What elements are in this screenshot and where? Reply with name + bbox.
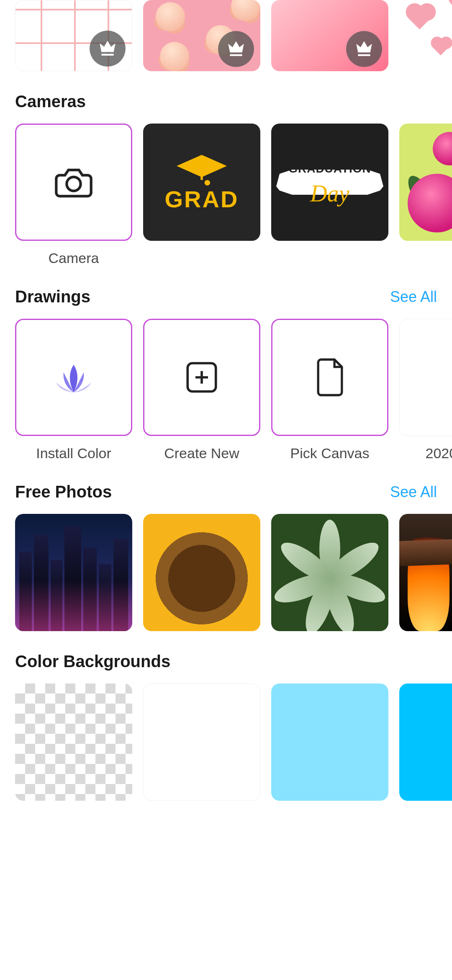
photo-sunflower[interactable]: [143, 514, 260, 631]
graduation-subtitle: Day: [310, 180, 349, 207]
drawings-row: Install Color Create New: [0, 319, 452, 462]
create-new-tile[interactable]: [143, 319, 260, 436]
recent-drawing-tile[interactable]: [399, 319, 452, 436]
color-bg-light-blue[interactable]: [271, 683, 388, 801]
lotus-icon: [16, 320, 131, 435]
pick-canvas-label: Pick Canvas: [290, 445, 370, 462]
grad-cap-icon: [170, 152, 233, 186]
free-photos-row: [0, 514, 452, 631]
grad-text: GRAD: [165, 186, 239, 213]
template-pink-grid[interactable]: [15, 0, 132, 71]
template-hearts[interactable]: [399, 0, 452, 71]
drawings-title: Drawings: [15, 287, 90, 306]
file-icon: [272, 320, 387, 435]
templates-row: [0, 0, 452, 71]
install-color-tile[interactable]: [15, 319, 132, 436]
color-backgrounds-title: Color Backgrounds: [15, 652, 170, 671]
template-cherubs[interactable]: [143, 0, 260, 71]
camera-open-tile[interactable]: [15, 124, 132, 241]
svg-rect-2: [200, 166, 203, 180]
free-photos-see-all-link[interactable]: See All: [390, 483, 437, 501]
color-bg-transparent[interactable]: [15, 683, 132, 801]
photo-succulent[interactable]: [271, 514, 388, 631]
camera-flowers-frame[interactable]: [399, 124, 452, 241]
camera-graduation-day-frame[interactable]: GRADUATION Day: [271, 124, 388, 241]
premium-crown-icon: [346, 31, 382, 67]
svg-point-0: [67, 177, 80, 191]
plus-square-icon: [144, 320, 259, 435]
color-bg-white[interactable]: [143, 683, 260, 801]
color-bg-cyan[interactable]: [399, 683, 452, 801]
graduation-text: GRADUATION: [288, 162, 371, 175]
color-backgrounds-row: [0, 683, 452, 801]
camera-open-label: Camera: [49, 250, 99, 266]
drawings-see-all-link[interactable]: See All: [390, 288, 437, 306]
install-color-label: Install Color: [36, 445, 111, 462]
template-pink-wash[interactable]: [271, 0, 388, 71]
free-photos-title: Free Photos: [15, 482, 112, 501]
premium-crown-icon: [218, 31, 254, 67]
svg-point-3: [205, 180, 210, 185]
camera-grad-frame[interactable]: GRAD: [143, 124, 260, 241]
recent-drawing-label: 2020-07-2: [425, 445, 452, 462]
photo-campfire[interactable]: [399, 514, 452, 631]
create-new-label: Create New: [164, 445, 239, 462]
cameras-title: Cameras: [15, 92, 86, 111]
pick-canvas-tile[interactable]: [271, 319, 388, 436]
cameras-row: Camera GRAD GRAD: [0, 124, 452, 266]
camera-icon: [16, 125, 131, 240]
premium-crown-icon: [90, 31, 126, 67]
photo-city-night[interactable]: [15, 514, 132, 631]
